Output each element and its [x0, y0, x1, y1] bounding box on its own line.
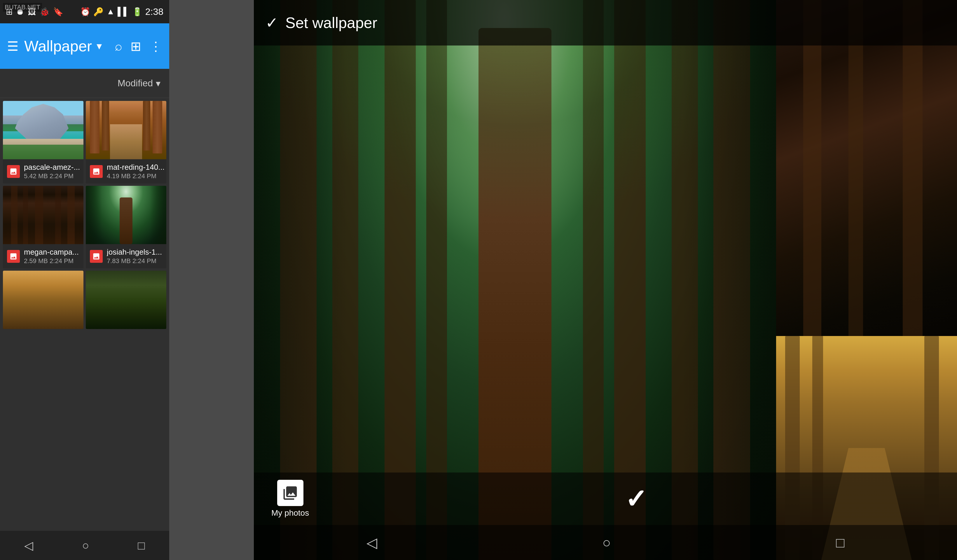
title-dropdown-arrow[interactable]: ▾ [96, 40, 102, 52]
image-meta-3: megan-campa... 2.59 MB 2:24 PM [24, 248, 79, 265]
image-thumb-4 [86, 186, 166, 244]
signal-icon: ▌▌ [118, 7, 129, 16]
home-button[interactable]: ○ [82, 539, 89, 552]
sort-button[interactable]: Modified ▾ [118, 78, 161, 89]
photo-icon-4 [92, 252, 100, 260]
image-type-icon-4 [90, 250, 103, 263]
right-bottom-nav: ◁ ○ □ [254, 525, 957, 560]
photo-icon-1 [9, 167, 17, 175]
sort-label: Modified [118, 78, 153, 89]
image-size-time-4: 7.83 MB 2:24 PM [107, 257, 162, 265]
left-panel: BUTAB.NET ⊞ ⏺ 🖼 🐞 🔖 ⏰ 🔑 ▲ ▌▌ 🔋 2:38 ☰ Wa… [0, 0, 169, 560]
image-card-3[interactable]: megan-campa... 2.59 MB 2:24 PM [3, 186, 84, 268]
image-size-time-2: 4.19 MB 2:24 PM [107, 172, 164, 180]
image-name-3: megan-campa... [24, 248, 79, 257]
image-card-6[interactable] [86, 271, 166, 329]
right-back-button[interactable]: ◁ [366, 534, 377, 551]
image-meta-2: mat-reding-140... 4.19 MB 2:24 PM [107, 163, 164, 180]
key-icon: 🔑 [93, 7, 104, 17]
image-type-icon-2 [90, 165, 103, 178]
app-bar-title-area: Wallpaper ▾ [24, 37, 109, 55]
set-wallpaper-text[interactable]: Set wallpaper [285, 14, 377, 32]
more-options-icon[interactable]: ⋮ [149, 39, 162, 54]
image-grid-container: pascale-amez-... 5.42 MB 2:24 PM [0, 98, 169, 531]
image-info-1: pascale-amez-... 5.42 MB 2:24 PM [3, 159, 84, 183]
image-info-2: mat-reding-140... 4.19 MB 2:24 PM [86, 159, 166, 183]
status-time: 2:38 [145, 6, 163, 17]
confirm-check-icon[interactable]: ✓ [625, 484, 647, 514]
right-panel: ✓ Set wallpaper My photos ✓ ◁ ○ □ [254, 0, 957, 560]
image-card-2[interactable]: mat-reding-140... 4.19 MB 2:24 PM [86, 101, 166, 183]
battery-icon: 🔋 [132, 7, 142, 17]
right-recent-button[interactable]: □ [836, 535, 844, 551]
back-button[interactable]: ◁ [24, 539, 33, 552]
recent-button[interactable]: □ [138, 539, 145, 552]
app-bar-actions: ⌕ ⊞ ⋮ [115, 39, 162, 54]
photo-icon-2 [92, 167, 100, 175]
image-meta-1: pascale-amez-... 5.42 MB 2:24 PM [24, 163, 80, 180]
photo-icon-3 [9, 252, 17, 260]
wifi-icon: ▲ [106, 7, 115, 16]
my-photos-label: My photos [272, 508, 309, 518]
image-card-4[interactable]: josiah-ingels-1... 7.83 MB 2:24 PM [86, 186, 166, 268]
set-wallpaper-bar: ✓ Set wallpaper [254, 0, 957, 46]
my-photos-button[interactable]: My photos [272, 480, 309, 518]
check-icon: ✓ [265, 14, 278, 32]
status-icons-right: ⏰ 🔑 ▲ ▌▌ 🔋 2:38 [80, 6, 163, 17]
photos-icon-svg [282, 485, 298, 501]
image-info-3: megan-campa... 2.59 MB 2:24 PM [3, 244, 84, 268]
image-grid: pascale-amez-... 5.42 MB 2:24 PM [3, 101, 166, 329]
image-type-icon-3 [7, 250, 20, 263]
image-name-4: josiah-ingels-1... [107, 248, 162, 257]
watermark: BUTAB.NET [3, 3, 42, 12]
image-size-time-3: 2.59 MB 2:24 PM [24, 257, 79, 265]
alarm-icon: ⏰ [80, 7, 90, 17]
image-thumb-1 [3, 101, 84, 159]
bookmark-icon: 🔖 [53, 7, 63, 17]
app-title: Wallpaper [24, 37, 92, 55]
right-home-button[interactable]: ○ [602, 535, 611, 551]
wallpaper-side-top [776, 0, 957, 336]
hamburger-button[interactable]: ☰ [7, 39, 18, 54]
image-thumb-5 [3, 271, 84, 329]
app-bar: ☰ Wallpaper ▾ ⌕ ⊞ ⋮ [0, 23, 169, 69]
confirm-area: ✓ [332, 484, 940, 514]
bottom-nav: ◁ ○ □ [0, 531, 169, 560]
image-thumb-3 [3, 186, 84, 244]
my-photos-icon [277, 480, 303, 506]
grid-view-icon[interactable]: ⊞ [130, 39, 141, 54]
image-thumb-6 [86, 271, 166, 329]
image-thumb-2 [86, 101, 166, 159]
sort-arrow-icon: ▾ [156, 78, 161, 89]
image-size-time-1: 5.42 MB 2:24 PM [24, 172, 80, 180]
image-name-1: pascale-amez-... [24, 163, 80, 172]
middle-gap [169, 0, 254, 560]
sort-bar: Modified ▾ [0, 69, 169, 98]
image-name-2: mat-reding-140... [107, 163, 164, 172]
bottom-action-bar: My photos ✓ [254, 473, 957, 525]
image-info-4: josiah-ingels-1... 7.83 MB 2:24 PM [86, 244, 166, 268]
image-meta-4: josiah-ingels-1... 7.83 MB 2:24 PM [107, 248, 162, 265]
image-type-icon-1 [7, 165, 20, 178]
image-card-5[interactable] [3, 271, 84, 329]
search-icon[interactable]: ⌕ [115, 39, 122, 54]
image-card-1[interactable]: pascale-amez-... 5.42 MB 2:24 PM [3, 101, 84, 183]
